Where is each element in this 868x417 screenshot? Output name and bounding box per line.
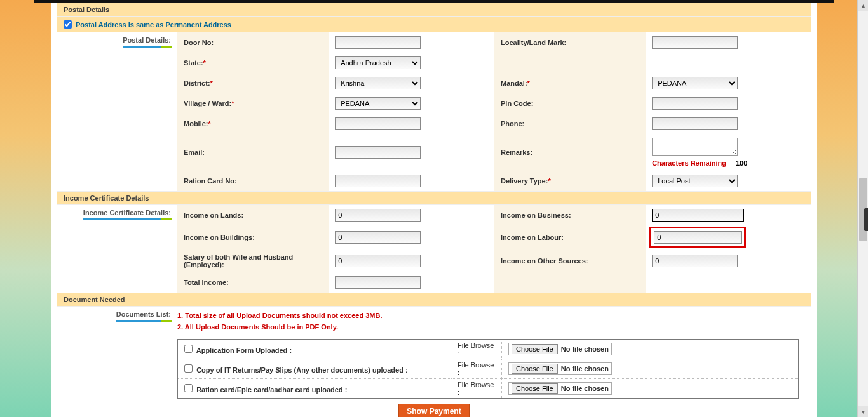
document-section-header: Document Needed xyxy=(57,293,811,307)
income-total-label: Total Income: xyxy=(177,272,329,293)
village-select[interactable]: PEDANA xyxy=(335,97,421,110)
file-browse-label-0: File Browse : xyxy=(451,340,502,359)
choose-file-button-2[interactable]: Choose File xyxy=(512,383,558,394)
choose-file-button-0[interactable]: Choose File xyxy=(512,344,558,354)
pin-input[interactable] xyxy=(652,97,738,110)
income-business-label: Income on Business: xyxy=(494,205,646,225)
doc-note-1: 1. Total size of all Upload Documents sh… xyxy=(177,310,799,322)
postal-details-header: Postal Details xyxy=(57,3,811,17)
state-label: State: xyxy=(184,59,203,67)
mandal-label: Mandal: xyxy=(501,79,527,87)
email-input[interactable] xyxy=(335,146,421,159)
door-no-input[interactable] xyxy=(335,36,421,49)
income-total-input[interactable] xyxy=(335,276,421,289)
locality-input[interactable] xyxy=(652,36,738,49)
income-buildings-input[interactable] xyxy=(335,231,421,244)
side-tab-handle[interactable] xyxy=(864,208,868,231)
income-lands-label: Income on Lands: xyxy=(177,205,329,225)
postal-form-table: Door No: Locality/Land Mark: State:* And… xyxy=(177,32,811,191)
income-lands-input[interactable] xyxy=(335,209,421,222)
income-labour-input[interactable] xyxy=(654,231,742,244)
phone-input[interactable] xyxy=(652,117,738,130)
postal-same-as-row: Postal Address is same as Permanent Addr… xyxy=(57,17,811,32)
file-browse-label-1: File Browse : xyxy=(451,359,502,379)
income-side-label: Income Certificate Details: xyxy=(83,209,171,220)
doc-row: Copy of IT Returns/Pay Slips (Any other … xyxy=(178,359,799,379)
file-input-2[interactable]: Choose FileNo file chosen xyxy=(508,382,612,395)
postal-same-as-checkbox[interactable] xyxy=(64,20,72,29)
scroll-down-arrow[interactable]: ▾ xyxy=(858,406,868,417)
ration-label: Ration Card No: xyxy=(177,171,329,191)
doc-label-0: Application Form Uploaded : xyxy=(196,347,292,354)
income-business-input[interactable] xyxy=(652,209,744,222)
income-section-header: Income Certificate Details xyxy=(57,191,811,205)
doc-label-1: Copy of IT Returns/Pay Slips (Any other … xyxy=(196,366,407,374)
income-other-input[interactable] xyxy=(652,255,738,267)
file-input-0[interactable]: Choose FileNo file chosen xyxy=(508,343,612,355)
documents-table: Application Form Uploaded : File Browse … xyxy=(177,339,799,399)
char-remaining-label: Characters Remaining xyxy=(652,159,726,167)
district-label: District: xyxy=(184,79,210,87)
no-file-text-2: No file chosen xyxy=(561,385,609,392)
doc-note-2: 2. All Upload Documents Should be in PDF… xyxy=(177,322,799,333)
no-file-text-1: No file chosen xyxy=(561,365,609,373)
postal-same-as-label: Postal Address is same as Permanent Addr… xyxy=(76,21,231,29)
remarks-textarea[interactable] xyxy=(652,138,738,156)
file-browse-label-2: File Browse : xyxy=(451,379,502,399)
file-input-1[interactable]: Choose FileNo file chosen xyxy=(508,362,612,375)
ration-input[interactable] xyxy=(335,175,421,187)
doc-checkbox-0[interactable] xyxy=(184,345,193,353)
pin-label: Pin Code: xyxy=(494,93,646,114)
no-file-text-0: No file chosen xyxy=(561,345,609,353)
locality-label: Locality/Land Mark: xyxy=(494,32,646,53)
doc-label-2: Ration card/Epic card/aadhar card upload… xyxy=(196,386,347,394)
income-buildings-label: Income on Buildings: xyxy=(177,225,329,249)
remarks-label: Remarks: xyxy=(494,134,646,171)
show-payment-button[interactable]: Show Payment xyxy=(398,404,469,417)
doc-checkbox-2[interactable] xyxy=(184,384,193,392)
mobile-label: Mobile: xyxy=(184,120,208,128)
village-label: Village / Ward: xyxy=(184,100,231,107)
district-select[interactable]: Krishna xyxy=(335,77,421,89)
income-other-label: Income on Other Sources: xyxy=(494,249,646,272)
income-salary-input[interactable] xyxy=(335,255,421,267)
scroll-up-arrow[interactable]: ▴ xyxy=(858,0,868,11)
door-no-label: Door No: xyxy=(177,32,329,53)
doc-row: Ration card/Epic card/aadhar card upload… xyxy=(178,379,799,399)
documents-side-label: Documents List: xyxy=(116,310,171,322)
income-labour-label: Income on Labour: xyxy=(494,225,646,249)
choose-file-button-1[interactable]: Choose File xyxy=(512,364,558,374)
char-remaining-count: 100 xyxy=(736,159,747,167)
doc-checkbox-1[interactable] xyxy=(184,364,193,373)
income-salary-label: Salary of both Wife and Husband (Employe… xyxy=(177,249,329,272)
postal-side-label: Postal Details: xyxy=(123,36,171,48)
phone-label: Phone: xyxy=(494,114,646,134)
email-label: Email: xyxy=(177,134,329,171)
mobile-input[interactable] xyxy=(335,117,421,130)
delivery-label: Delivery Type: xyxy=(501,177,548,185)
income-form-table: Income on Lands: Income on Business: Inc… xyxy=(177,205,811,293)
mandal-select[interactable]: PEDANA xyxy=(652,77,738,89)
doc-row: Application Form Uploaded : File Browse … xyxy=(178,340,799,359)
delivery-select[interactable]: Local Post xyxy=(652,175,738,187)
state-select[interactable]: Andhra Pradesh xyxy=(335,56,421,69)
